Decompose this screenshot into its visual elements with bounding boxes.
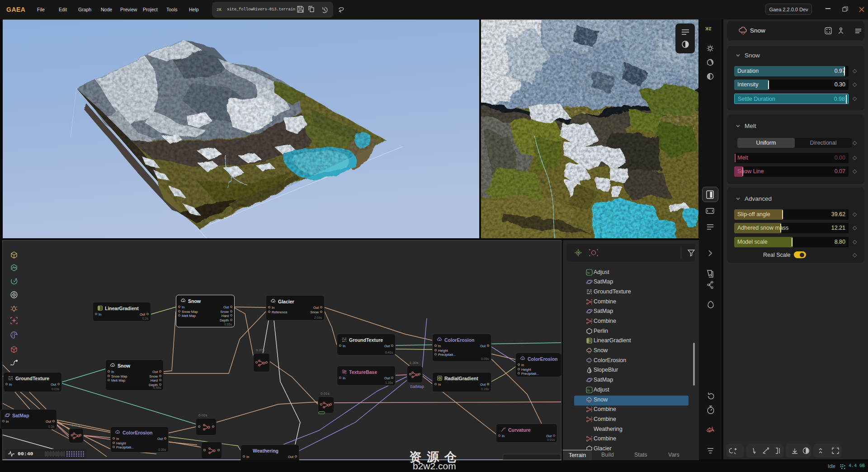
svg-text:fx: fx — [587, 271, 590, 274]
svg-text:fx: fx — [587, 389, 590, 392]
